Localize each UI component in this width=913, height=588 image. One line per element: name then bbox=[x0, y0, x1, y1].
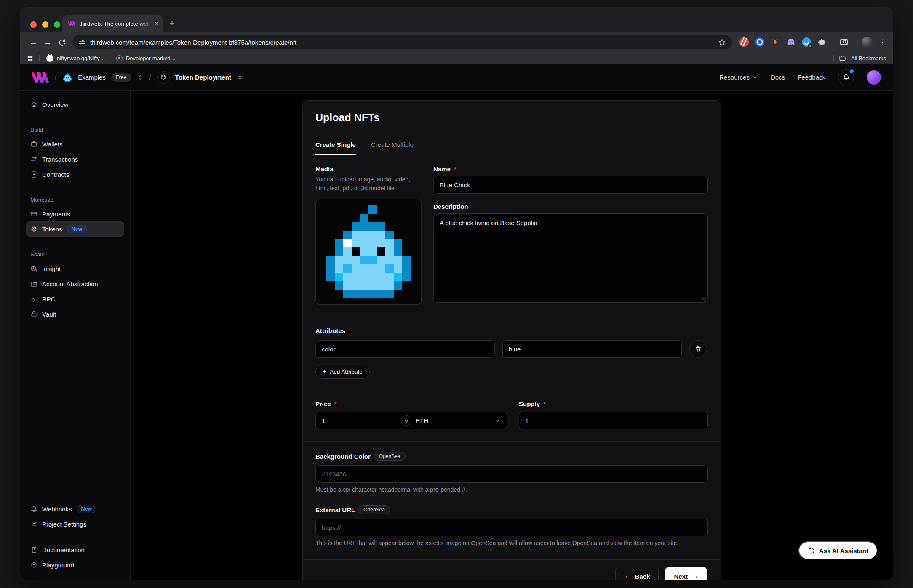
browser-tab[interactable]: thirdweb: The complete web3 × bbox=[62, 15, 163, 32]
extension-red-icon[interactable] bbox=[739, 37, 749, 47]
swap-arrows-icon bbox=[30, 156, 37, 163]
bell-icon bbox=[843, 74, 850, 81]
delete-attribute-button[interactable] bbox=[689, 340, 707, 358]
bookmarks-separator bbox=[39, 55, 40, 61]
notifications-button[interactable] bbox=[838, 69, 854, 85]
next-button[interactable]: Next → bbox=[665, 567, 708, 580]
add-attribute-button[interactable]: + Add Attribute bbox=[315, 365, 370, 379]
sidebar-label: Playground bbox=[42, 561, 74, 569]
all-bookmarks[interactable]: All Bookmarks bbox=[833, 55, 886, 62]
extension-round-blue-icon[interactable]: a bbox=[802, 37, 811, 47]
devtools-device-icon[interactable] bbox=[839, 37, 849, 47]
sidebar-item-overview[interactable]: Overview bbox=[26, 97, 124, 112]
team-switcher-icon[interactable] bbox=[137, 74, 144, 81]
minimize-window-button[interactable] bbox=[42, 21, 48, 28]
back-icon[interactable]: ← bbox=[26, 37, 40, 47]
sidebar-item-payments[interactable]: Payments bbox=[26, 206, 124, 221]
back-button[interactable]: ← Back bbox=[615, 567, 659, 580]
breadcrumb: / Examples Free / Token Deployment bbox=[32, 71, 243, 84]
external-url-input[interactable] bbox=[315, 519, 708, 536]
sidebar-label: Tokens bbox=[42, 226, 62, 233]
feedback-link[interactable]: Feedback bbox=[798, 74, 825, 81]
user-avatar[interactable] bbox=[867, 70, 881, 85]
extensions-puzzle-icon[interactable] bbox=[817, 38, 826, 47]
price-input[interactable] bbox=[315, 412, 395, 429]
all-bookmarks-label: All Bookmarks bbox=[851, 55, 886, 61]
generic-favicon-icon bbox=[116, 55, 123, 61]
sidebar-item-tokens[interactable]: Tokens New bbox=[26, 221, 124, 237]
sidebar-item-wallets[interactable]: Wallets bbox=[26, 136, 124, 152]
phantom-extension-icon[interactable] bbox=[786, 37, 796, 47]
apps-grid-icon[interactable] bbox=[27, 55, 33, 61]
bookmark-developer-marketing[interactable]: Developer marketi… bbox=[116, 55, 176, 61]
chrome-profile-avatar[interactable] bbox=[862, 37, 873, 48]
sidebar-item-playground[interactable]: Playground bbox=[26, 557, 124, 572]
project-switcher-icon[interactable] bbox=[237, 74, 243, 81]
tab-create-multiple[interactable]: Create Multiple bbox=[371, 134, 414, 155]
team-avatar bbox=[62, 73, 72, 82]
attribute-key-input[interactable] bbox=[315, 340, 495, 358]
required-asterisk: * bbox=[334, 400, 337, 407]
new-tab-button[interactable]: + bbox=[169, 18, 175, 29]
price-label: Price * bbox=[315, 400, 507, 407]
tab-create-single[interactable]: Create Single bbox=[315, 134, 356, 155]
browser-window: thirdweb: The complete web3 × + ← → thir… bbox=[20, 8, 893, 580]
sidebar-item-contracts[interactable]: Contracts bbox=[26, 167, 124, 182]
attributes-label: Attributes bbox=[315, 327, 708, 334]
opensea-badge: OpenSea bbox=[358, 505, 390, 514]
arrow-left-icon: ← bbox=[624, 572, 631, 580]
attribute-row bbox=[315, 340, 708, 358]
thirdweb-logo-icon[interactable] bbox=[32, 72, 49, 83]
url-bar[interactable]: thirdweb.com/team/examples/Token-Deploym… bbox=[72, 35, 732, 49]
name-label: Name * bbox=[433, 165, 708, 173]
project-name[interactable]: Token Deployment bbox=[175, 74, 231, 81]
signal-icon bbox=[30, 295, 37, 303]
site-settings-icon[interactable] bbox=[78, 39, 85, 46]
supply-input[interactable] bbox=[519, 412, 708, 429]
background-color-label: Background Color OpenSea bbox=[315, 452, 708, 461]
sidebar-item-webhooks[interactable]: Webhooks New bbox=[26, 501, 124, 516]
description-textarea[interactable]: A blue chick living on Base Sepolia bbox=[433, 213, 708, 303]
maximize-window-button[interactable] bbox=[54, 21, 60, 28]
bookmarks-separator bbox=[833, 55, 834, 61]
folder-circle-icon bbox=[30, 280, 37, 287]
sidebar-item-rpc[interactable]: RPC bbox=[26, 291, 124, 306]
tab-close-icon[interactable]: × bbox=[155, 20, 158, 27]
price-column: Price * ETH bbox=[315, 400, 507, 429]
docs-link[interactable]: Docs bbox=[771, 74, 785, 81]
forward-icon[interactable]: → bbox=[40, 37, 55, 47]
url-text[interactable]: thirdweb.com/team/examples/Token-Deploym… bbox=[90, 39, 713, 46]
sidebar-item-transactions[interactable]: Transactions bbox=[26, 152, 124, 167]
currency-select[interactable]: ETH bbox=[395, 412, 507, 429]
background-color-input[interactable] bbox=[315, 465, 708, 483]
bookmark-star-icon[interactable] bbox=[718, 38, 726, 46]
close-window-button[interactable] bbox=[30, 21, 37, 28]
ask-ai-assistant-button[interactable]: Ask AI Assistant bbox=[798, 541, 878, 560]
extension-blue-icon[interactable] bbox=[755, 37, 764, 47]
tab-title: thirdweb: The complete web3 bbox=[79, 21, 151, 27]
new-badge: New bbox=[77, 505, 97, 513]
app-header: / Examples Free / Token Deployment Reso bbox=[20, 64, 893, 91]
attribute-value-input[interactable] bbox=[502, 340, 682, 358]
currency-value: ETH bbox=[416, 417, 428, 424]
breadcrumb-slash: / bbox=[149, 72, 152, 83]
sidebar-item-vault[interactable]: Vault bbox=[26, 306, 124, 322]
metamask-extension-icon[interactable] bbox=[771, 37, 780, 47]
sidebar-item-documentation[interactable]: Documentation bbox=[26, 542, 124, 557]
opensea-badge: OpenSea bbox=[374, 452, 406, 461]
sidebar-item-project-settings[interactable]: Project Settings bbox=[26, 516, 124, 532]
media-preview[interactable] bbox=[315, 199, 422, 305]
chrome-menu-icon[interactable]: ⋮ bbox=[879, 38, 885, 47]
book-icon bbox=[30, 546, 37, 553]
sidebar-item-insight[interactable]: Insight bbox=[26, 261, 124, 276]
name-input[interactable] bbox=[433, 176, 708, 194]
bookmark-label: Developer marketi… bbox=[126, 55, 176, 61]
resources-link[interactable]: Resources bbox=[719, 74, 758, 81]
reload-icon[interactable] bbox=[55, 37, 69, 47]
extension-badge: a bbox=[808, 43, 812, 48]
team-name[interactable]: Examples bbox=[78, 74, 106, 81]
toolbar-separator bbox=[855, 37, 855, 47]
bookmark-niftyswap[interactable]: niftyswap.gg/Nifty… bbox=[46, 55, 105, 62]
sidebar-item-account-abstraction[interactable]: Account Abstraction bbox=[26, 276, 124, 291]
home-icon bbox=[30, 101, 37, 108]
